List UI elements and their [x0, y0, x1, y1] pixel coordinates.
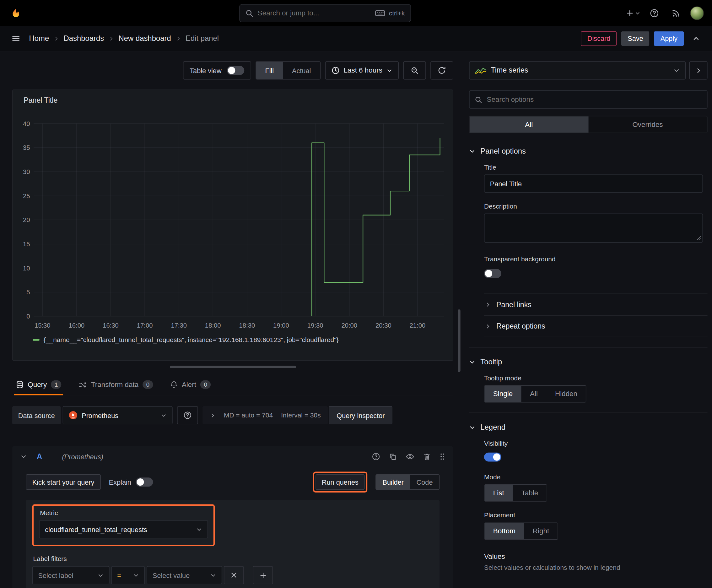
chevron-down-icon[interactable]	[20, 454, 27, 460]
zoom-out-button[interactable]	[403, 61, 426, 80]
edit-panel-content: Table view Fill Actual Last 6 hours	[0, 51, 712, 588]
select-label-dropdown[interactable]: Select label	[33, 566, 110, 584]
save-button[interactable]: Save	[621, 31, 649, 45]
help-icon[interactable]	[372, 453, 380, 461]
tab-query[interactable]: Query 1	[14, 374, 63, 395]
panel-links-row[interactable]: Panel links	[484, 293, 708, 315]
tab-all[interactable]: All	[470, 116, 588, 132]
pane-resize-handle[interactable]	[170, 365, 296, 368]
operator-value: =	[117, 571, 121, 579]
refresh-icon	[438, 66, 446, 75]
breadcrumb-dashboards[interactable]: Dashboards	[64, 34, 104, 42]
panel-links-label: Panel links	[496, 300, 532, 309]
datasource-help-button[interactable]	[177, 406, 198, 424]
panel-title-input[interactable]	[484, 174, 703, 192]
run-queries-button[interactable]: Run queries	[316, 474, 365, 490]
grafana-logo-button[interactable]	[8, 5, 24, 21]
timeseries-viz-icon	[475, 67, 487, 75]
select-label-placeholder: Select label	[38, 571, 73, 579]
breadcrumb-home[interactable]: Home	[29, 34, 49, 42]
avatar[interactable]	[690, 6, 704, 20]
query-options-summary[interactable]: MD = auto = 704 Interval = 30s	[202, 406, 328, 424]
tab-transform[interactable]: Transform data 0	[77, 374, 155, 395]
description-textarea[interactable]	[484, 214, 703, 243]
datasource-select[interactable]: Prometheus	[63, 406, 172, 424]
options-search-input[interactable]	[487, 96, 702, 104]
placement-bottom[interactable]: Bottom	[484, 523, 524, 539]
actual-option[interactable]: Actual	[283, 62, 320, 79]
time-range-picker[interactable]: Last 6 hours	[325, 61, 399, 80]
options-search[interactable]	[469, 90, 707, 109]
news-button[interactable]	[668, 5, 684, 21]
timeseries-chart[interactable]: 051015202530354015:3016:0016:3017:0017:3…	[19, 108, 447, 335]
svg-text:16:30: 16:30	[103, 322, 118, 329]
legend-mode-list[interactable]: List	[484, 485, 513, 501]
left-pane-scrollbar[interactable]	[458, 309, 460, 372]
tooltip-mode-all[interactable]: All	[521, 386, 546, 402]
legend-header[interactable]: Legend	[469, 423, 707, 432]
datasource-name: Prometheus	[82, 412, 118, 419]
tab-alert[interactable]: Alert 0	[169, 374, 213, 395]
visibility-label: Visibility	[484, 440, 708, 447]
remove-filter-button[interactable]	[224, 566, 244, 584]
panel-title: Panel Title	[24, 97, 447, 108]
apply-button[interactable]: Apply	[654, 31, 684, 45]
legend-visibility-toggle[interactable]	[484, 453, 501, 462]
chevron-right-icon	[485, 323, 491, 329]
global-search[interactable]: ctrl+k	[239, 4, 411, 22]
table-view-label: Table view	[190, 67, 221, 75]
fill-actual-switch: Fill Actual	[256, 61, 321, 80]
chevron-down-icon	[469, 359, 475, 365]
help-button[interactable]	[647, 5, 662, 21]
select-value-dropdown[interactable]: Select value	[147, 566, 222, 584]
visualization-name: Time series	[491, 66, 528, 75]
breadcrumb-new-dashboard[interactable]: New dashboard	[118, 34, 171, 42]
metric-highlight: Metric cloudflared_tunnel_total_requests	[33, 504, 215, 546]
tooltip-mode-switch: Single All Hidden	[484, 385, 586, 403]
tooltip-mode-hidden[interactable]: Hidden	[546, 386, 586, 402]
tooltip-header[interactable]: Tooltip	[469, 357, 707, 366]
duplicate-icon[interactable]	[389, 453, 397, 460]
placement-right[interactable]: Right	[524, 523, 558, 539]
menu-button[interactable]	[8, 31, 24, 46]
visualization-select[interactable]: Time series	[469, 61, 686, 80]
chevron-down-icon	[161, 413, 167, 418]
drag-handle-icon[interactable]	[439, 453, 445, 461]
refresh-button[interactable]	[430, 61, 453, 80]
discard-button[interactable]: Discard	[581, 31, 617, 45]
toggle-viz-pane-button[interactable]	[689, 61, 708, 80]
tooltip-mode-single[interactable]: Single	[484, 386, 521, 402]
add-button[interactable]	[626, 9, 641, 17]
builder-option[interactable]: Builder	[376, 475, 410, 489]
legend-mode-table[interactable]: Table	[513, 485, 547, 501]
add-filter-button[interactable]	[253, 566, 273, 584]
tab-overrides[interactable]: Overrides	[588, 116, 707, 132]
run-queries-highlight: Run queries	[313, 471, 368, 492]
repeat-options-row[interactable]: Repeat options	[484, 315, 708, 337]
explain-toggle[interactable]	[136, 478, 153, 486]
transparent-bg-toggle[interactable]	[484, 269, 501, 278]
search-icon	[245, 9, 253, 17]
legend-series-label[interactable]: {__name__="cloudflared_tunnel_total_requ…	[44, 336, 339, 343]
chevron-down-icon	[635, 10, 640, 16]
page-toolbar: Home Dashboards New dashboard Edit panel…	[0, 26, 712, 51]
collapse-header-button[interactable]	[688, 31, 704, 46]
query-inspector-button[interactable]: Query inspector	[329, 406, 392, 424]
chevron-down-icon	[673, 67, 679, 74]
code-option[interactable]: Code	[410, 475, 439, 489]
tooltip-title: Tooltip	[480, 357, 502, 366]
tab-alert-label: Alert	[182, 380, 196, 388]
svg-text:35: 35	[23, 144, 30, 151]
chevron-right-icon	[695, 67, 702, 74]
search-input[interactable]	[258, 9, 371, 17]
svg-text:19:00: 19:00	[273, 322, 289, 329]
fill-option[interactable]: Fill	[256, 62, 283, 79]
table-view-toggle[interactable]	[227, 66, 244, 75]
metric-select[interactable]: cloudflared_tunnel_total_requests	[39, 520, 208, 538]
header-actions: Discard Save Apply	[581, 31, 704, 46]
trash-icon[interactable]	[423, 453, 430, 460]
operator-dropdown[interactable]: =	[111, 566, 145, 584]
panel-options-header[interactable]: Panel options	[469, 147, 707, 155]
eye-icon[interactable]	[406, 454, 414, 460]
kick-start-button[interactable]: Kick start your query	[26, 474, 101, 490]
